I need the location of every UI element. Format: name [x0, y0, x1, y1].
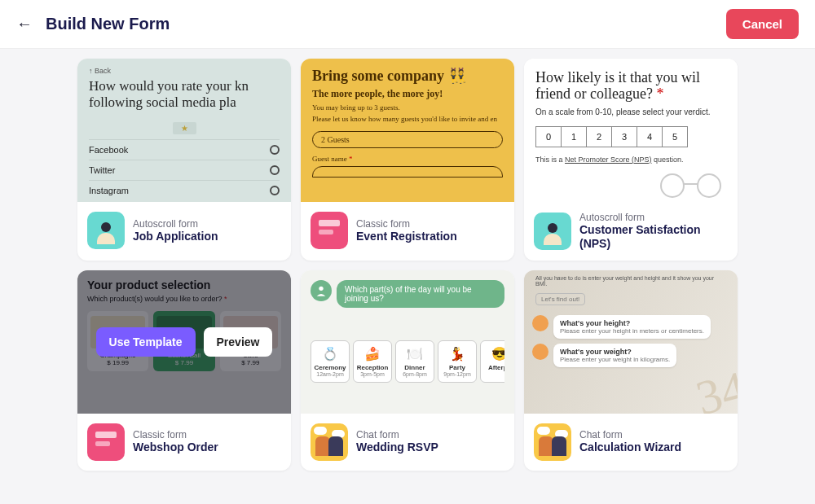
star-icon: ★ [173, 122, 196, 134]
template-name: Customer Satisfaction (NPS) [579, 223, 728, 251]
avatar-icon [311, 280, 332, 301]
avatar-icon [532, 344, 548, 360]
svg-point-3 [319, 286, 323, 290]
template-card-job-application[interactable]: ↑ Back How would you rate your kn follow… [77, 59, 291, 261]
radio-icon [270, 145, 280, 155]
template-name: Webshop Order [133, 440, 218, 454]
svg-point-0 [661, 174, 684, 197]
template-name: Job Application [133, 230, 218, 243]
template-tag: Classic form [356, 218, 457, 230]
autoscroll-form-icon [87, 212, 125, 249]
template-card-webshop-order[interactable]: Your product selection Which product(s) … [77, 270, 291, 471]
template-tag: Autoscroll form [579, 212, 728, 223]
template-tag: Chat form [356, 429, 438, 440]
template-tag: Chat form [579, 429, 681, 440]
header: ← Build New Form Cancel [0, 0, 815, 49]
template-tag: Autoscroll form [133, 218, 218, 230]
avatar-icon [532, 315, 548, 331]
template-preview: 34 All you have to do is enter your weig… [524, 270, 738, 414]
template-name: Wedding RSVP [356, 440, 438, 454]
classic-form-icon [87, 423, 125, 461]
autoscroll-form-icon [534, 213, 571, 250]
preview-back: ↑ Back [89, 67, 280, 75]
template-name: Calculation Wizard [579, 440, 681, 454]
svg-point-1 [698, 174, 720, 197]
template-grid: ↑ Back How would you rate your kn follow… [0, 49, 815, 480]
template-card-nps[interactable]: How likely is it that you wil friend or … [524, 59, 738, 261]
preview-question: How would you rate your kn following soc… [89, 78, 280, 112]
template-card-wedding-rsvp[interactable]: Which part(s) of the day will you be joi… [301, 270, 514, 471]
template-name: Event Registration [356, 230, 457, 243]
chat-form-icon [311, 423, 348, 461]
classic-form-icon [311, 212, 348, 249]
template-preview: Your product selection Which product(s) … [77, 270, 291, 414]
cancel-button[interactable]: Cancel [726, 9, 799, 39]
template-tag: Classic form [133, 429, 218, 440]
template-preview: ↑ Back How would you rate your kn follow… [77, 59, 291, 202]
back-icon[interactable]: ← [16, 15, 33, 33]
glasses-icon [648, 169, 738, 202]
hover-overlay: Use Template Preview [77, 270, 291, 414]
radio-icon [270, 186, 280, 195]
use-template-button[interactable]: Use Template [96, 327, 196, 357]
nps-scale: 0 1 2 3 4 5 [535, 126, 726, 147]
template-preview: Which part(s) of the day will you be joi… [301, 270, 514, 414]
template-preview: How likely is it that you wil friend or … [524, 59, 738, 202]
template-card-calculation-wizard[interactable]: 34 All you have to do is enter your weig… [524, 270, 738, 471]
chat-form-icon [534, 423, 571, 461]
template-card-event-registration[interactable]: Bring some company 👯 The more people, th… [301, 59, 514, 261]
preview-button[interactable]: Preview [204, 327, 273, 357]
page-title: Build New Form [46, 15, 170, 33]
radio-icon [270, 165, 280, 175]
template-preview: Bring some company 👯 The more people, th… [301, 59, 514, 202]
